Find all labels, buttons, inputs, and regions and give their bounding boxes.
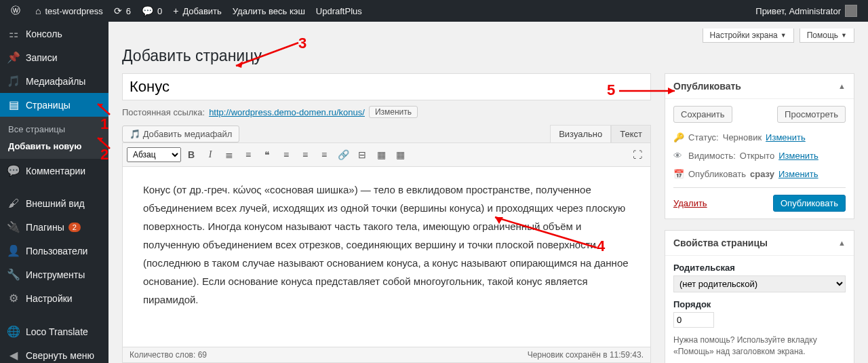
menu-loco[interactable]: 🌐Loco Translate: [0, 320, 108, 343]
menu-users[interactable]: 👤Пользователи: [0, 239, 108, 263]
page-title: Добавить страницу: [122, 47, 854, 65]
edit-visibility-link[interactable]: Изменить: [778, 151, 818, 161]
align-left-button[interactable]: ≡: [277, 146, 295, 164]
admin-bar: ⓦ ⌂test-wordpress ⟳6 💬0 +Добавить Удалит…: [0, 0, 868, 22]
new-content-link[interactable]: +Добавить: [167, 0, 227, 22]
updates-link[interactable]: ⟳6: [108, 0, 136, 22]
toolbar-toggle-button[interactable]: ▦: [391, 146, 409, 164]
comments-link[interactable]: 💬0: [136, 0, 167, 22]
word-count: Количество слов: 69: [130, 350, 207, 360]
menu-settings[interactable]: ⚙Настройки: [0, 286, 108, 310]
permalink-edit-button[interactable]: Изменить: [369, 106, 418, 118]
screen-meta: Настройки экрана▼ Помощь▼: [122, 28, 854, 43]
collapse-icon: ◀: [7, 349, 20, 362]
tab-visual[interactable]: Визуально: [550, 125, 611, 143]
wrench-icon: 🔧: [7, 268, 20, 281]
editor-body[interactable]: Конус (от др.-греч. κώνος «сосновая шишк…: [123, 167, 650, 347]
menu-plugins[interactable]: 🔌Плагины2: [0, 215, 108, 239]
align-right-button[interactable]: ≡: [315, 146, 333, 164]
avatar: [845, 5, 857, 17]
menu-posts[interactable]: 📌Записи: [0, 45, 108, 69]
plus-icon: +: [173, 5, 178, 16]
key-icon: 🔑: [673, 132, 684, 142]
post-title-input[interactable]: [122, 73, 651, 100]
attributes-heading[interactable]: Свойства страницы▲: [665, 231, 854, 256]
bold-button[interactable]: B: [182, 146, 200, 164]
pin-icon: 📌: [7, 51, 20, 64]
site-name-label: test-wordpress: [45, 6, 102, 16]
numbered-list-button[interactable]: ≡: [239, 146, 257, 164]
menu-pages[interactable]: ▤Страницы: [0, 93, 108, 117]
edit-schedule-link[interactable]: Изменить: [778, 169, 818, 179]
add-media-button[interactable]: 🎵 Добавить медиафайл: [122, 126, 239, 142]
media-icon: 🎵: [130, 129, 140, 139]
menu-media[interactable]: 🎵Медиафайлы: [0, 69, 108, 93]
updraft-link[interactable]: UpdraftPlus: [311, 0, 368, 22]
parent-select[interactable]: (нет родительской): [673, 275, 846, 292]
home-icon: ⌂: [35, 5, 41, 16]
menu-dashboard[interactable]: ⚏Консоль: [0, 22, 108, 45]
wordpress-icon: ⓦ: [11, 5, 20, 17]
howdy-label: Привет, Administrator: [755, 6, 841, 16]
help-tab[interactable]: Помощь▼: [800, 28, 854, 43]
align-center-button[interactable]: ≡: [296, 146, 314, 164]
more-button[interactable]: ⊟: [353, 146, 371, 164]
updraft-label: UpdraftPlus: [316, 6, 362, 16]
permalink-link[interactable]: http://wordpress.demo-domen.ru/konus/: [209, 107, 365, 117]
attributes-metabox: Свойства страницы▲ Родительская (нет род…: [665, 230, 854, 363]
plugin-badge: 2: [68, 223, 81, 232]
fullscreen-button[interactable]: ⛶: [629, 146, 646, 164]
edit-status-link[interactable]: Изменить: [766, 132, 806, 142]
quote-button[interactable]: ❝: [258, 146, 276, 164]
editor: Абзац B I ≣ ≡ ❝ ≡ ≡ ≡ 🔗 ⊟ ▦ ▦ ⛶ Конус (о…: [122, 142, 651, 363]
collapse-menu[interactable]: ◀Свернуть меню: [0, 343, 108, 363]
site-name-link[interactable]: ⌂test-wordpress: [30, 0, 108, 22]
update-icon: ⟳: [114, 5, 122, 16]
new-content-label: Добавить: [182, 6, 221, 16]
submenu-pages: Все страницы Добавить новую: [0, 117, 108, 159]
plugin-icon: 🔌: [7, 221, 20, 233]
publish-button[interactable]: Опубликовать: [773, 195, 846, 212]
calendar-icon: 📅: [673, 169, 684, 179]
attributes-help: Нужна помощь? Используйте вкладку «Помощ…: [673, 335, 846, 358]
brush-icon: 🖌: [7, 197, 20, 210]
link-button[interactable]: 🔗: [334, 146, 352, 164]
table-button[interactable]: ▦: [372, 146, 390, 164]
menu-appearance[interactable]: 🖌Внешний вид: [0, 192, 108, 215]
permalink-row: Постоянная ссылка: http://wordpress.demo…: [122, 106, 651, 118]
italic-button[interactable]: I: [201, 146, 219, 164]
schedule-row: 📅Опубликовать сразу Изменить: [673, 165, 846, 183]
status-row: 🔑Статус: Черновик Изменить: [673, 128, 846, 147]
editor-status: Количество слов: 69 Черновик сохранён в …: [123, 347, 650, 362]
screen-options-tab[interactable]: Настройки экрана▼: [703, 28, 794, 43]
editor-toolbar: Абзац B I ≣ ≡ ❝ ≡ ≡ ≡ 🔗 ⊟ ▦ ▦ ⛶: [123, 143, 650, 167]
user-icon: 👤: [7, 244, 20, 257]
gear-icon: ⚙: [7, 292, 20, 305]
menu-comments[interactable]: 💬Комментарии: [0, 159, 108, 183]
menu-tools[interactable]: 🔧Инструменты: [0, 263, 108, 286]
my-account-link[interactable]: Привет, Administrator: [750, 0, 863, 22]
delete-link[interactable]: Удалить: [673, 198, 707, 208]
submenu-all-pages[interactable]: Все страницы: [0, 121, 108, 138]
clear-cache-link[interactable]: Удалить весь кэш: [227, 0, 311, 22]
submenu-add-page[interactable]: Добавить новую: [0, 138, 108, 155]
format-select[interactable]: Абзац: [127, 147, 181, 162]
publish-heading[interactable]: Опубликовать▲: [665, 74, 854, 99]
wp-logo[interactable]: ⓦ: [5, 0, 30, 22]
chevron-up-icon: ▲: [838, 82, 846, 90]
media-icon: 🎵: [7, 75, 20, 88]
order-label: Порядок: [673, 299, 846, 309]
permalink-label: Постоянная ссылка:: [122, 107, 205, 117]
save-draft-button[interactable]: Сохранить: [673, 106, 732, 123]
preview-button[interactable]: Просмотреть: [777, 106, 846, 123]
order-input[interactable]: [673, 312, 714, 328]
draft-saved-label: Черновик сохранён в 11:59:43.: [528, 350, 644, 360]
parent-label: Родительская: [673, 263, 846, 273]
updates-count: 6: [126, 6, 131, 16]
translate-icon: 🌐: [7, 325, 20, 338]
eye-icon: 👁: [673, 151, 684, 161]
tab-text[interactable]: Текст: [611, 125, 651, 143]
publish-metabox: Опубликовать▲ Сохранить Просмотреть 🔑Ста…: [665, 73, 854, 219]
admin-sidebar: ⚏Консоль 📌Записи 🎵Медиафайлы ▤Страницы В…: [0, 22, 108, 363]
bullet-list-button[interactable]: ≣: [220, 146, 238, 164]
